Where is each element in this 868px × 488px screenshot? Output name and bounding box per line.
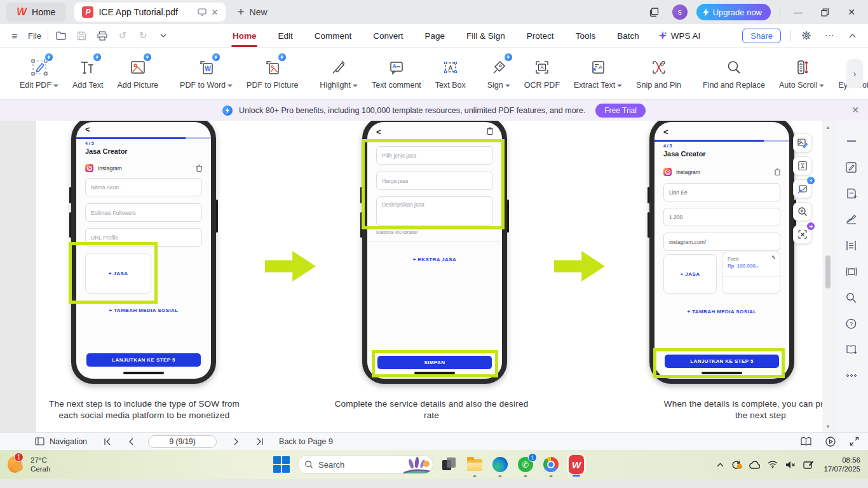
hamburger-menu-icon[interactable]: ≡ bbox=[8, 29, 22, 43]
history-chevron-icon[interactable] bbox=[156, 29, 170, 43]
last-page-button[interactable] bbox=[255, 438, 264, 445]
add-picture-button[interactable]: Add Picture bbox=[110, 51, 165, 96]
next-page-button[interactable] bbox=[233, 438, 239, 445]
navigation-toggle[interactable]: Navigation bbox=[35, 437, 87, 446]
whatsapp-button[interactable]: ✆1 bbox=[516, 455, 535, 474]
page-flip-icon[interactable] bbox=[845, 265, 858, 278]
add-bookmark-icon[interactable] bbox=[845, 343, 858, 356]
update-sync-icon[interactable] bbox=[731, 460, 741, 470]
vertical-scrollbar[interactable]: ▲ ▼ bbox=[822, 121, 834, 441]
signature-icon[interactable] bbox=[845, 213, 858, 226]
extract-text-button[interactable]: A Extract Text bbox=[567, 51, 629, 96]
new-tab-button[interactable]: + New bbox=[237, 5, 267, 19]
collapse-ribbon-icon[interactable] bbox=[845, 29, 859, 43]
undo-icon[interactable]: ↺ bbox=[116, 29, 130, 43]
settings-gear-icon[interactable] bbox=[799, 29, 813, 43]
ai-badge-icon bbox=[44, 53, 53, 62]
clock-widget[interactable]: 08:56 17/07/2025 bbox=[824, 456, 860, 473]
text-box-button[interactable]: A Text Box bbox=[428, 51, 473, 96]
smart-crop-button[interactable] bbox=[793, 225, 812, 244]
tab-wps-ai[interactable]: WPS AI bbox=[658, 31, 701, 41]
open-folder-icon[interactable] bbox=[55, 29, 69, 43]
auto-play-icon[interactable] bbox=[825, 437, 836, 447]
image-resize-button[interactable] bbox=[793, 179, 812, 198]
toolbar-overflow-button[interactable]: › bbox=[846, 59, 863, 88]
tab-comment[interactable]: Comment bbox=[313, 27, 353, 44]
upgrade-now-button[interactable]: Upgrade now bbox=[696, 4, 771, 20]
find-and-replace-button[interactable]: Find and Replace bbox=[696, 51, 772, 96]
scroll-down-icon[interactable]: ▼ bbox=[825, 424, 831, 430]
onedrive-cloud-icon[interactable] bbox=[749, 461, 760, 469]
highlight-box-simpan bbox=[372, 350, 498, 377]
pen-device-icon[interactable] bbox=[803, 460, 813, 469]
add-picture-icon bbox=[130, 57, 146, 78]
first-page-button[interactable] bbox=[104, 438, 112, 445]
close-window-button[interactable]: ✕ bbox=[843, 4, 860, 20]
sign-button[interactable]: Sign bbox=[480, 51, 517, 96]
minimize-button[interactable]: — bbox=[789, 4, 807, 20]
chrome-button[interactable] bbox=[541, 455, 560, 474]
share-button[interactable]: Share bbox=[742, 29, 781, 43]
tab-convert[interactable]: Convert bbox=[372, 27, 404, 44]
image-to-text-button[interactable]: A bbox=[793, 156, 812, 175]
wps-office-button[interactable]: W bbox=[567, 455, 586, 474]
document-tab[interactable]: P ICE App Tutorial.pdf ✕ bbox=[74, 3, 226, 22]
tab-home[interactable]: Home bbox=[231, 27, 258, 44]
pdf-to-picture-button[interactable]: PDF to Picture bbox=[240, 51, 305, 96]
save-icon[interactable] bbox=[75, 29, 89, 43]
tab-batch[interactable]: Batch bbox=[616, 27, 641, 44]
image-edit-button[interactable] bbox=[793, 133, 812, 152]
taskbar-search[interactable]: Search bbox=[297, 455, 433, 474]
tab-protect[interactable]: Protect bbox=[526, 27, 555, 44]
more-tools-icon[interactable] bbox=[845, 369, 858, 382]
back-to-page-button[interactable]: Back to Page 9 bbox=[279, 437, 333, 446]
previous-page-button[interactable] bbox=[128, 438, 134, 445]
svg-text:A: A bbox=[540, 64, 544, 71]
read-mode-icon[interactable] bbox=[801, 437, 811, 446]
zoom-in-button[interactable] bbox=[793, 202, 812, 221]
column-layout-icon[interactable] bbox=[845, 239, 858, 252]
edge-button[interactable] bbox=[491, 455, 510, 474]
screen-share-icon[interactable] bbox=[198, 8, 207, 16]
start-button[interactable] bbox=[272, 455, 291, 474]
auto-scroll-button[interactable]: Auto Scroll bbox=[772, 51, 831, 96]
file-explorer-button[interactable] bbox=[465, 455, 484, 474]
close-tab-icon[interactable]: ✕ bbox=[212, 8, 219, 17]
tab-tools[interactable]: Tools bbox=[574, 27, 597, 44]
tab-page[interactable]: Page bbox=[424, 27, 447, 44]
tab-edit[interactable]: Edit bbox=[276, 27, 294, 44]
print-icon[interactable] bbox=[95, 29, 109, 43]
fullscreen-icon[interactable] bbox=[850, 437, 859, 446]
free-trial-button[interactable]: Free Trial bbox=[595, 104, 646, 118]
restore-button[interactable] bbox=[816, 4, 834, 20]
tray-chevron-up-icon[interactable] bbox=[717, 463, 724, 467]
collapse-panel-icon[interactable] bbox=[845, 135, 858, 147]
wifi-icon[interactable] bbox=[768, 461, 778, 468]
add-page-icon[interactable] bbox=[845, 187, 858, 200]
pdf-page[interactable]: < 4 / 5 Jasa Creator Instagram Nama Akun… bbox=[36, 121, 822, 432]
scroll-up-icon[interactable]: ▲ bbox=[825, 125, 831, 130]
tab-fill-sign[interactable]: Fill & Sign bbox=[465, 27, 506, 44]
ocr-pdf-button[interactable]: A OCR PDF bbox=[517, 51, 567, 96]
help-icon[interactable]: ? bbox=[845, 317, 858, 330]
highlight-button[interactable]: Highlight bbox=[313, 51, 365, 96]
add-text-button[interactable]: Add Text bbox=[65, 51, 110, 96]
file-menu[interactable]: File bbox=[28, 31, 41, 41]
multi-window-icon[interactable] bbox=[646, 4, 663, 20]
snip-and-pin-button[interactable]: Snip and Pin bbox=[629, 51, 688, 96]
text-comment-button[interactable]: A Text comment bbox=[365, 51, 428, 96]
search-icon[interactable] bbox=[845, 291, 858, 304]
banner-close-icon[interactable]: ✕ bbox=[851, 105, 859, 115]
annotate-icon[interactable] bbox=[845, 161, 858, 173]
more-options-icon[interactable]: ⋯ bbox=[822, 29, 836, 43]
user-avatar[interactable]: s bbox=[672, 4, 688, 20]
pdf-to-word-button[interactable]: W PDF to Word bbox=[173, 51, 240, 96]
weather-widget[interactable]: 1 27°C Cerah bbox=[6, 455, 50, 474]
page-number-field[interactable]: 9 (9/19) bbox=[148, 435, 217, 448]
redo-icon[interactable]: ↻ bbox=[136, 29, 150, 43]
edit-pdf-button[interactable]: Edit PDF bbox=[13, 51, 65, 96]
task-view-button[interactable] bbox=[440, 455, 459, 474]
home-tab[interactable]: W Home bbox=[6, 3, 65, 22]
vertical-scroll-thumb[interactable] bbox=[825, 255, 831, 288]
volume-muted-icon[interactable] bbox=[785, 461, 796, 469]
